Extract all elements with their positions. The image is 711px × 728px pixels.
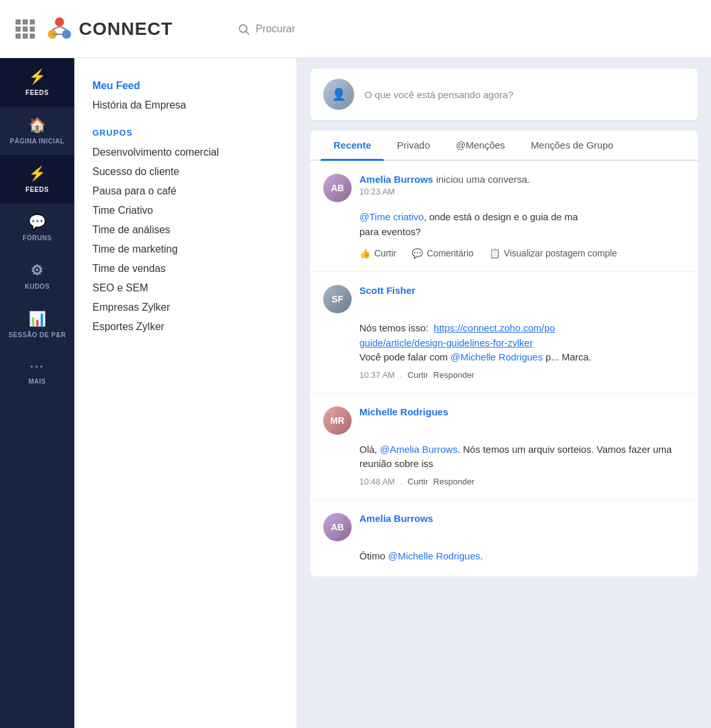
nav-label-feeds-top: FEEDS: [26, 89, 49, 96]
logo-text: CONNECT: [79, 19, 173, 39]
sidebar-group-2[interactable]: Pausa para o café: [92, 182, 279, 201]
svg-line-4: [59, 26, 67, 30]
post-time: 10:23 AM: [359, 187, 685, 196]
view-button[interactable]: 📋 Visualizar postagem comple: [489, 248, 617, 258]
inline-reply-button[interactable]: Responder: [433, 477, 474, 486]
home-icon: 🏠: [28, 117, 47, 134]
composer-avatar: 👤: [323, 79, 354, 110]
post-meta: Amelia Burrows: [359, 513, 685, 525]
table-row: MR Michelle Rodrigues Olá, @Amelia Burro…: [310, 393, 698, 500]
comment-button[interactable]: 💬 Comentário: [412, 248, 473, 258]
inline-reply-button[interactable]: Responder: [433, 370, 474, 380]
post-author[interactable]: Amelia Burrows: [359, 174, 433, 185]
sidebar-item-qna[interactable]: 📊 SESSÃO DE P&R: [0, 300, 74, 349]
inline-like-button[interactable]: Curtir: [408, 477, 429, 486]
sidebar-group-6[interactable]: Time de vendas: [92, 259, 279, 278]
like-button[interactable]: 👍 Curtir: [359, 248, 396, 258]
sidebar-item-home[interactable]: 🏠 PÁGINA INICIAL: [0, 107, 74, 155]
post-actions: 👍 Curtir 💬 Comentário 📋 Visualizar posta…: [323, 248, 685, 258]
sidebar-my-feed[interactable]: Meu Feed: [92, 76, 279, 96]
qna-icon: 📊: [28, 311, 47, 328]
logo-area: CONNECT: [45, 15, 173, 43]
sidebar-group-3[interactable]: Time Criativo: [92, 201, 279, 220]
post-author[interactable]: Amelia Burrows: [359, 513, 433, 524]
tab-group-mentions[interactable]: Menções de Grupo: [518, 130, 626, 160]
search-placeholder: Procurar: [255, 23, 295, 35]
sidebar-item-feeds-top[interactable]: ⚡ FEEDS: [0, 58, 74, 107]
kudos-icon: ⚙: [30, 262, 44, 279]
sidebar-group-8[interactable]: Empresas Zylker: [92, 298, 279, 317]
sidebar-item-feeds[interactable]: ⚡ FEEDS: [0, 155, 74, 203]
post-composer[interactable]: 👤 O que você está pensando agora?: [310, 68, 698, 120]
post-meta: Amelia Burrows iniciou uma conversa. 10:…: [359, 174, 685, 196]
mention-michelle[interactable]: @Michelle Rodrigues: [451, 351, 543, 362]
grid-icon[interactable]: [16, 19, 35, 39]
reply-time: 10:48 AM: [359, 477, 395, 486]
comment-label: Comentário: [427, 248, 473, 258]
left-nav: ⚡ FEEDS 🏠 PÁGINA INICIAL ⚡ FEEDS 💬 FÓRUN…: [0, 58, 74, 728]
post-link[interactable]: https://connect.zoho.com/poguide/article…: [359, 322, 555, 348]
nav-label-more: MAIS: [28, 378, 46, 385]
avatar: AB: [323, 174, 352, 202]
sidebar-group-9[interactable]: Esportes Zylker: [92, 317, 279, 337]
sidebar-item-kudos[interactable]: ⚙ KUDOS: [0, 252, 74, 300]
reply-meta: 10:48 AM . Curtir Responder: [323, 477, 685, 486]
feed-tabs: Recente Privado @Menções Menções de Grup…: [310, 130, 698, 161]
table-row: SF Scott Fisher Nós temos isso: https://…: [310, 272, 698, 393]
search-icon: [237, 23, 250, 36]
svg-line-3: [52, 26, 59, 30]
post-author[interactable]: Scott Fisher: [359, 285, 416, 296]
post-body: Olá, @Amelia Burrows. Nós temos um arqui…: [323, 442, 685, 472]
avatar: MR: [323, 406, 352, 435]
search-bar[interactable]: Procurar: [237, 23, 295, 36]
nav-label-qna: SESSÃO DE P&R: [8, 331, 66, 338]
post-body: @Time criativo, onde está o design e o g…: [323, 210, 685, 239]
post-author[interactable]: Michelle Rodrigues: [359, 406, 449, 417]
svg-point-6: [240, 25, 248, 32]
mention-michelle-2[interactable]: @Michelle Rodrigues: [388, 550, 480, 561]
sidebar-group-7[interactable]: SEO e SEM: [92, 278, 279, 298]
feed-area: 👤 O que você está pensando agora? Recent…: [297, 58, 711, 728]
main-layout: ⚡ FEEDS 🏠 PÁGINA INICIAL ⚡ FEEDS 💬 FÓRUN…: [0, 58, 711, 728]
more-dots-icon: ···: [30, 359, 45, 374]
sidebar-group-4[interactable]: Time de análises: [92, 220, 279, 240]
sidebar-item-forums[interactable]: 💬 FÓRUNS: [0, 203, 74, 252]
post-header: SF Scott Fisher: [323, 285, 685, 313]
comment-icon: 💬: [412, 248, 423, 258]
mention-amelia[interactable]: @Amelia Burrows: [380, 444, 458, 455]
reply-time: 10:37 AM: [359, 370, 395, 380]
reply-meta: 10:37 AM . Curtir Responder: [323, 370, 685, 380]
tab-private[interactable]: Privado: [384, 130, 443, 160]
tab-mentions[interactable]: @Menções: [443, 130, 518, 160]
sidebar: Meu Feed História da Empresa GRUPOS Dese…: [74, 58, 297, 728]
sidebar-item-more[interactable]: ··· MAIS: [0, 349, 74, 395]
composer-placeholder[interactable]: O que você está pensando agora?: [365, 89, 513, 100]
sidebar-group-1[interactable]: Sucesso do cliente: [92, 162, 279, 182]
post-meta: Michelle Rodrigues: [359, 406, 685, 418]
forum-icon: 💬: [28, 214, 47, 231]
post-action: iniciou uma conversa.: [436, 174, 530, 185]
nav-label-kudos: KUDOS: [25, 283, 50, 290]
post-header: AB Amelia Burrows: [323, 513, 685, 541]
feeds-icon: ⚡: [28, 165, 47, 182]
post-header: AB Amelia Burrows iniciou uma conversa. …: [323, 174, 685, 202]
view-icon: 📋: [489, 248, 500, 258]
nav-label-home: PÁGINA INICIAL: [10, 138, 64, 145]
like-icon: 👍: [359, 248, 370, 258]
tab-recent[interactable]: Recente: [321, 130, 384, 160]
nav-label-feeds: FEEDS: [26, 186, 49, 193]
sidebar-group-5[interactable]: Time de marketing: [92, 240, 279, 259]
logo-icon: [45, 15, 74, 43]
sidebar-group-0[interactable]: Desenvolvimento comercial: [92, 143, 279, 162]
mention-time-criativo[interactable]: @Time criativo: [359, 211, 424, 222]
bolt-icon: ⚡: [28, 68, 47, 85]
inline-like-button[interactable]: Curtir: [408, 370, 429, 380]
avatar: SF: [323, 285, 352, 313]
post-header: MR Michelle Rodrigues: [323, 406, 685, 435]
post-meta: Scott Fisher: [359, 285, 685, 296]
posts-container: AB Amelia Burrows iniciou uma conversa. …: [310, 161, 698, 577]
sidebar-company-history[interactable]: História da Empresa: [92, 96, 279, 115]
groups-header: GRUPOS: [92, 128, 279, 138]
avatar: AB: [323, 513, 352, 541]
view-label: Visualizar postagem comple: [504, 248, 617, 258]
